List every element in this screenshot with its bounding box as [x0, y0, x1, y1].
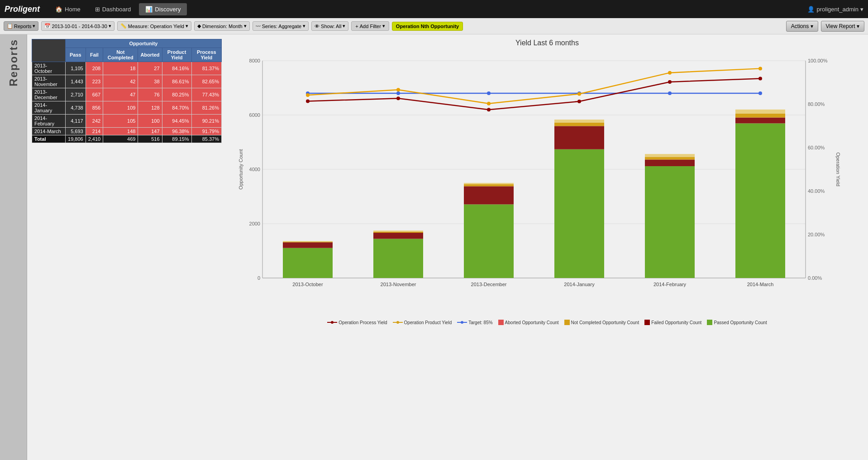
user-icon: 👤: [807, 6, 815, 13]
legend-item: Operation Process Yield: [327, 320, 387, 325]
col-pass: Pass: [66, 48, 86, 62]
dimension-selector[interactable]: ◆ Dimension: Month ▾: [194, 21, 250, 31]
svg-text:2013-October: 2013-October: [292, 282, 323, 287]
legend-square-icon: [707, 320, 712, 325]
cell-label: 2014-January: [32, 101, 66, 115]
nav-discovery[interactable]: 📊 Discovery: [139, 3, 187, 15]
bar-not-completed: [464, 183, 514, 184]
username: proligent_admin: [816, 6, 858, 13]
bar-aborted: [735, 114, 785, 118]
svg-text:2014-March: 2014-March: [747, 282, 774, 287]
view-report-label: View Report: [826, 23, 855, 29]
line-process-yield: [308, 78, 760, 110]
dot-target: [668, 91, 672, 95]
top-navigation: Proligent 🏠 Home ⊞ Dashboard 📊 Discovery…: [0, 0, 868, 18]
table-row: 2013-November 1,443 223 42 38 86.61% 82.…: [32, 75, 222, 88]
actions-label: Actions: [791, 23, 809, 29]
cell-aborted: 76: [138, 88, 162, 101]
chevron-down-icon: ▾: [303, 23, 305, 29]
user-menu[interactable]: 👤 proligent_admin ▾: [807, 6, 863, 13]
series-selector[interactable]: 〰 Series: Aggregate ▾: [253, 21, 309, 31]
cell-not-completed: 18: [103, 62, 138, 75]
dot-process-yield: [668, 80, 672, 84]
bar-failed: [373, 233, 423, 239]
cell-label: 2013-December: [32, 88, 66, 101]
cell-not-completed: 42: [103, 75, 138, 88]
date-range-picker[interactable]: 📅 2013-10-01 - 2014-03-30 ▾: [41, 21, 114, 31]
legend-square-icon: [498, 320, 504, 325]
legend-label: Failed Opportunity Count: [651, 320, 701, 325]
svg-text:2013-December: 2013-December: [471, 282, 507, 287]
legend-line-icon: [327, 321, 337, 324]
cell-total-fail: 2,410: [86, 135, 103, 143]
nav-home[interactable]: 🏠 Home: [49, 3, 87, 15]
table-row: 2014-March 5,693 214 148 147 96.38% 91.7…: [32, 128, 222, 135]
svg-point-32: [461, 321, 463, 324]
cell-not-completed: 109: [103, 101, 138, 115]
col-process-yield: Process Yield: [191, 48, 221, 62]
cell-total-process-yield: 85.37%: [191, 135, 221, 143]
bar-aborted: [645, 157, 695, 159]
bar-not-completed: [554, 120, 604, 123]
table-row: 2014-February 4,117 242 105 100 94.45% 9…: [32, 115, 222, 128]
series-icon: 〰: [256, 24, 261, 29]
cell-product-yield: 84.70%: [162, 101, 191, 115]
bar-aborted: [464, 184, 514, 187]
svg-text:2014-January: 2014-January: [564, 282, 595, 287]
bar-not-completed: [373, 230, 423, 232]
line-product-yield: [308, 68, 760, 103]
bar-aborted: [373, 232, 423, 233]
cell-fail: 856: [86, 101, 103, 115]
filter-icon: +: [355, 24, 358, 29]
cell-pass: 5,693: [66, 128, 86, 135]
dot-product-yield: [758, 67, 762, 70]
legend-label: Passed Opportunity Count: [714, 320, 767, 325]
reports-label-btn: Reports: [14, 24, 32, 29]
show-value: Show: All: [321, 24, 341, 29]
bar-not-completed: [735, 110, 785, 114]
nav-dashboard[interactable]: ⊞ Dashboard: [89, 3, 138, 15]
reports-icon: 📋: [7, 23, 13, 29]
chevron-down-icon: ▾: [343, 23, 345, 29]
view-report-button[interactable]: View Report ▾: [821, 21, 865, 32]
cell-fail: 214: [86, 128, 103, 135]
bar-passed: [554, 149, 604, 278]
col-header-opportunity: Opportunity: [66, 39, 222, 48]
chart-container: 020004000600080000.00%20.00%40.00%60.00%…: [235, 52, 859, 316]
col-header-label: [32, 39, 66, 62]
cell-label: 2013-November: [32, 75, 66, 88]
measure-selector[interactable]: 📏 Measure: Operation Yield ▾: [117, 21, 191, 31]
bar-failed: [554, 126, 604, 149]
nav-dashboard-label: Dashboard: [102, 6, 131, 13]
nav-items: 🏠 Home ⊞ Dashboard 📊 Discovery: [49, 3, 807, 15]
filter-tag[interactable]: Operation Nth Opportunity: [392, 22, 463, 31]
legend-square-icon: [564, 320, 570, 325]
chevron-down-icon: ▾: [860, 6, 863, 13]
reports-button[interactable]: 📋 Reports ▾: [4, 21, 38, 31]
chevron-down-icon: ▾: [33, 23, 35, 29]
svg-text:80.00%: 80.00%: [808, 101, 825, 107]
add-filter-button[interactable]: + Add Filter ▾: [351, 21, 389, 31]
app-logo: Proligent: [5, 5, 40, 14]
cell-product-yield: 96.38%: [162, 128, 191, 135]
cell-label: 2014-February: [32, 115, 66, 128]
dot-target: [396, 91, 400, 95]
svg-text:2014-February: 2014-February: [653, 282, 687, 287]
reports-sidebar-label: Reports: [7, 39, 20, 86]
cell-not-completed: 148: [103, 128, 138, 135]
dot-product-yield: [668, 71, 672, 75]
actions-button[interactable]: Actions ▾: [786, 21, 818, 32]
dot-process-yield: [577, 100, 581, 103]
cell-product-yield: 80.25%: [162, 88, 191, 101]
date-range-value: 2013-10-01 - 2014-03-30: [52, 24, 107, 29]
cell-aborted: 38: [138, 75, 162, 88]
cell-label: 2014-March: [32, 128, 66, 135]
ruler-icon: 📏: [120, 23, 127, 29]
dot-target: [487, 91, 491, 95]
show-selector[interactable]: 👁 Show: All ▾: [311, 21, 348, 31]
left-panel: Reports: [0, 34, 27, 460]
legend-square-icon: [644, 320, 650, 325]
col-fail: Fail: [86, 48, 103, 62]
bar-failed: [645, 159, 695, 166]
show-icon: 👁: [315, 24, 320, 29]
